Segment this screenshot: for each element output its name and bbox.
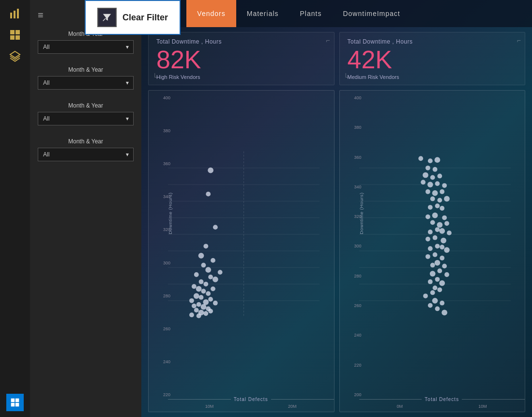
svg-point-109 <box>434 260 440 266</box>
svg-point-110 <box>430 263 435 268</box>
filter-select-2[interactable]: All <box>38 76 134 90</box>
kpi-label-left: Total Downtime , Hours <box>156 38 326 45</box>
svg-point-111 <box>442 263 447 268</box>
filter-select-4[interactable]: All <box>38 148 134 161</box>
svg-point-26 <box>203 244 208 248</box>
svg-point-90 <box>426 215 430 219</box>
windows-button[interactable] <box>6 394 24 411</box>
svg-point-123 <box>440 301 444 306</box>
svg-point-98 <box>447 231 452 235</box>
svg-rect-4 <box>15 30 20 34</box>
filter-select-wrapper-4: All <box>38 148 134 161</box>
filter-group-3: Month & Year All <box>38 102 134 125</box>
scatter-svg-right: Downtime (Hours) <box>359 91 525 392</box>
x-labels-right: 0M 10M <box>359 404 525 409</box>
clear-filter-popup: Clear Filter <box>85 0 181 35</box>
svg-point-24 <box>206 192 211 197</box>
svg-point-39 <box>211 286 215 291</box>
svg-point-35 <box>199 279 204 284</box>
svg-point-32 <box>194 272 199 277</box>
svg-rect-10 <box>11 403 15 407</box>
x-labels-left: 10M 20M <box>168 404 334 409</box>
svg-point-40 <box>201 289 206 293</box>
svg-point-108 <box>440 256 444 261</box>
svg-point-44 <box>208 297 213 302</box>
svg-point-126 <box>441 309 447 315</box>
filter-label-4: Month & Year <box>38 138 134 145</box>
filter-select-1[interactable]: All <box>38 40 134 54</box>
bar-chart-icon[interactable] <box>6 5 24 22</box>
filter-select-3[interactable]: All <box>38 112 134 125</box>
svg-point-79 <box>442 183 447 188</box>
layers-icon[interactable] <box>6 47 24 65</box>
svg-point-31 <box>218 270 223 275</box>
svg-line-12 <box>103 18 106 21</box>
svg-point-87 <box>427 205 432 210</box>
svg-rect-9 <box>15 399 19 402</box>
svg-point-86 <box>435 203 440 208</box>
svg-point-72 <box>432 167 437 172</box>
svg-point-68 <box>418 156 423 161</box>
svg-point-85 <box>444 196 450 202</box>
svg-point-55 <box>203 311 208 316</box>
scatter-chart-right: 400 380 360 340 320 300 280 260 240 220 … <box>339 90 526 412</box>
svg-point-52 <box>194 308 199 313</box>
svg-point-122 <box>432 298 438 304</box>
svg-point-37 <box>192 284 197 289</box>
nav-bar: Home Vendors Materials Plants DowntimeIm… <box>141 0 532 27</box>
nav-item-plants[interactable]: Plants <box>289 0 333 27</box>
bracket-bl-right: └ <box>344 73 349 81</box>
scatter-title-left: Total Defects <box>168 397 334 402</box>
svg-rect-1 <box>14 11 15 18</box>
svg-point-78 <box>435 181 440 186</box>
svg-point-42 <box>194 293 199 299</box>
svg-point-84 <box>437 198 442 202</box>
svg-point-107 <box>426 254 430 259</box>
svg-point-73 <box>423 172 428 178</box>
svg-point-71 <box>426 166 430 170</box>
clear-filter-button[interactable] <box>97 8 117 27</box>
nav-item-materials[interactable]: Materials <box>236 0 289 27</box>
svg-point-100 <box>426 237 430 242</box>
svg-point-116 <box>427 279 432 284</box>
svg-point-30 <box>205 267 211 273</box>
svg-point-48 <box>197 302 201 307</box>
main-content: Home Vendors Materials Plants DowntimeIm… <box>141 0 532 417</box>
svg-point-81 <box>432 190 438 196</box>
svg-point-97 <box>439 228 445 234</box>
svg-point-91 <box>442 216 447 220</box>
svg-point-114 <box>444 272 449 277</box>
svg-text:Downtime (Hours): Downtime (Hours) <box>359 192 364 234</box>
kpi-value-right: 42K <box>348 47 517 72</box>
svg-rect-0 <box>10 13 12 18</box>
svg-point-27 <box>198 253 204 259</box>
filter-group-2: Month & Year All <box>38 66 134 90</box>
filter-label-3: Month & Year <box>38 102 134 109</box>
nav-item-vendors[interactable]: Vendors <box>186 0 236 27</box>
svg-point-38 <box>196 286 202 292</box>
filter-panel: ≡ Month & Year All Month & Year All Mont… <box>30 0 141 417</box>
kpi-sub-left: High Risk Vendors <box>156 74 326 80</box>
nav-item-downtime[interactable]: DowntimeImpact <box>332 0 410 27</box>
icon-sidebar <box>0 0 30 417</box>
bracket-bl-left: └ <box>152 73 157 81</box>
svg-point-29 <box>201 263 206 268</box>
svg-point-47 <box>213 301 218 306</box>
svg-point-102 <box>435 244 440 248</box>
svg-point-96 <box>427 230 432 234</box>
svg-point-56 <box>189 312 194 317</box>
svg-point-105 <box>444 247 450 253</box>
grid-icon[interactable] <box>6 26 24 44</box>
svg-rect-3 <box>10 30 15 34</box>
svg-rect-2 <box>17 9 19 18</box>
svg-point-34 <box>213 277 218 282</box>
svg-point-53 <box>208 309 213 313</box>
svg-point-50 <box>201 304 207 310</box>
svg-point-88 <box>440 206 444 211</box>
svg-point-36 <box>203 282 208 287</box>
svg-point-101 <box>441 238 446 244</box>
svg-point-33 <box>208 275 213 279</box>
svg-point-112 <box>437 268 442 273</box>
svg-point-74 <box>430 175 435 180</box>
svg-point-28 <box>211 258 215 263</box>
